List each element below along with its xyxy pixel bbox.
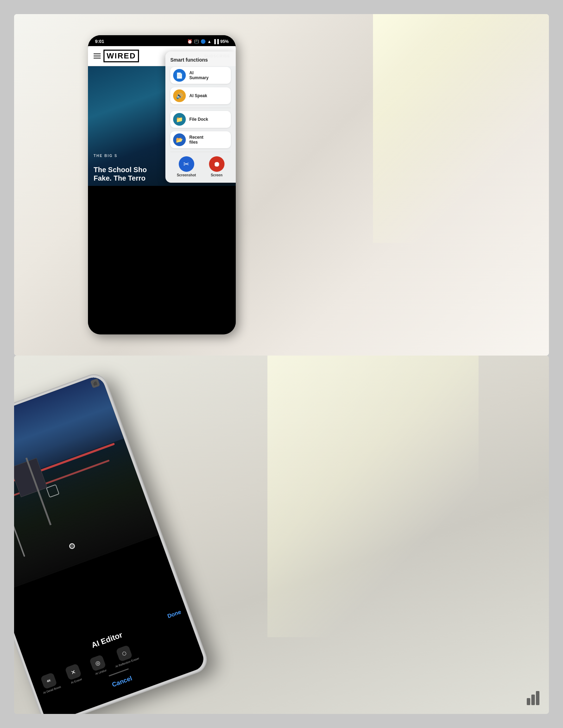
reflection-glyph: ⬡	[121, 650, 127, 657]
wired-logo: WIRED	[94, 50, 139, 62]
file-dock-icon: 📁	[173, 113, 186, 126]
icon-glyph: ⬛	[93, 381, 98, 386]
screenshot-label: Screenshot	[177, 173, 196, 177]
screen-record-item[interactable]: ⏺ Screen	[209, 156, 224, 177]
phone-top: 9:01 ⏰ 📳 🔵 ▲ ▐▐ 95% WIRED S	[88, 35, 236, 334]
panel-divider-2	[170, 152, 231, 152]
ai-detail-boost-item[interactable]: 4K AI Detail Boost	[37, 671, 63, 695]
ai-summary-label: AISummary	[189, 70, 209, 81]
bottom-photo: ⬛ Done AI Editor 4K AI Detail Boost	[14, 356, 549, 714]
smart-functions-panel: Smart functions 📄 AISummary 🔊 AI Speak 📁…	[165, 51, 236, 183]
ai-summary-icon: 📄	[173, 69, 186, 82]
recent-files-icon: 📂	[173, 133, 186, 146]
panel-bottom-toolbar: ✂ Screenshot ⏺ Screen	[170, 155, 231, 177]
alarm-icon: ⏰	[187, 39, 192, 44]
top-photo: 9:01 ⏰ 📳 🔵 ▲ ▐▐ 95% WIRED S	[14, 14, 549, 356]
ai-eraser-item[interactable]: ✕ AI Eraser	[61, 662, 87, 686]
status-icons: ⏰ 📳 🔵 ▲ ▐▐ 95%	[187, 39, 229, 44]
watermark	[524, 689, 542, 707]
screenshot-item[interactable]: ✂ Screenshot	[177, 156, 196, 177]
pipe-v-1	[14, 476, 14, 566]
smart-panel-title: Smart functions	[170, 57, 231, 63]
notification-icon: 📳	[194, 39, 199, 44]
headline-line-2: Fake. The Terro	[94, 174, 147, 182]
file-dock-item[interactable]: 📁 File Dock	[170, 111, 231, 128]
article-category: THE BIG S	[94, 154, 118, 158]
screenshot-icon: ✂	[179, 156, 194, 172]
screen-record-label: Screen	[211, 173, 222, 177]
bar-1	[527, 698, 530, 705]
bluetooth-icon: 🔵	[201, 39, 206, 44]
wired-logo-text: WIRED	[103, 50, 139, 62]
ai-summary-item[interactable]: 📄 AISummary	[170, 67, 231, 84]
ai-speak-icon: 🔊	[173, 89, 186, 102]
headline-line-1: The School Sho	[94, 165, 147, 174]
unblur-glyph: ◎	[94, 659, 101, 667]
panel-divider-1	[170, 108, 231, 108]
article-headline: The School Sho Fake. The Terro	[94, 165, 147, 182]
ai-reflection-eraser-item[interactable]: ⬡ AI Reflection Eraser	[110, 643, 140, 668]
bar-3	[536, 691, 539, 705]
file-dock-label: File Dock	[189, 117, 208, 122]
battery-label: 95%	[220, 39, 229, 44]
status-time: 9:01	[95, 39, 104, 44]
screen-record-icon: ⏺	[209, 156, 224, 172]
4k-label: 4K	[46, 678, 51, 683]
bar-2	[531, 695, 535, 705]
wifi-icon: ▲	[207, 39, 211, 44]
ai-speak-label: AI Speak	[189, 93, 207, 98]
recent-files-label: Recentfiles	[189, 135, 203, 145]
signal-icon: ▐▐	[213, 39, 219, 44]
recent-files-item[interactable]: 📂 Recentfiles	[170, 131, 231, 148]
phone-top-screen: 9:01 ⏰ 📳 🔵 ▲ ▐▐ 95% WIRED S	[88, 35, 236, 334]
hamburger-icon[interactable]	[94, 54, 101, 58]
watermark-bars	[527, 691, 539, 705]
status-bar: 9:01 ⏰ 📳 🔵 ▲ ▐▐ 95%	[88, 35, 236, 46]
structure-box	[14, 458, 48, 497]
ai-unblur-item[interactable]: ◎ AI Unblur	[86, 653, 112, 677]
ai-speak-item[interactable]: 🔊 AI Speak	[170, 87, 231, 104]
eraser-glyph: ✕	[70, 668, 77, 676]
